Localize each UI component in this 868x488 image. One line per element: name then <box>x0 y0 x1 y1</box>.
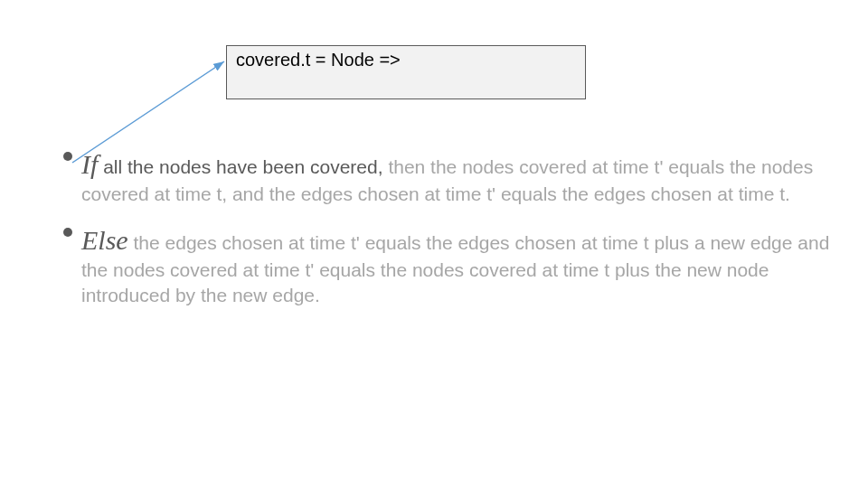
if-keyword: If <box>81 149 98 179</box>
code-box-text: covered.t = Node => <box>236 50 401 70</box>
code-box: covered.t = Node => <box>226 45 586 99</box>
else-rest: the edges chosen at time t' equals the e… <box>81 232 829 305</box>
if-dark-phrase: all the nodes have been covered, <box>98 156 382 177</box>
slide-content: If all the nodes have been covered, then… <box>63 146 832 324</box>
bullet-if: If all the nodes have been covered, then… <box>63 146 832 206</box>
else-keyword: Else <box>81 225 128 255</box>
bullet-dot-icon <box>63 152 72 161</box>
bullet-else: Else the edges chosen at time t' equals … <box>63 222 832 307</box>
bullet-else-text: Else the edges chosen at time t' equals … <box>63 222 832 307</box>
bullet-if-text: If all the nodes have been covered, then… <box>63 146 832 206</box>
